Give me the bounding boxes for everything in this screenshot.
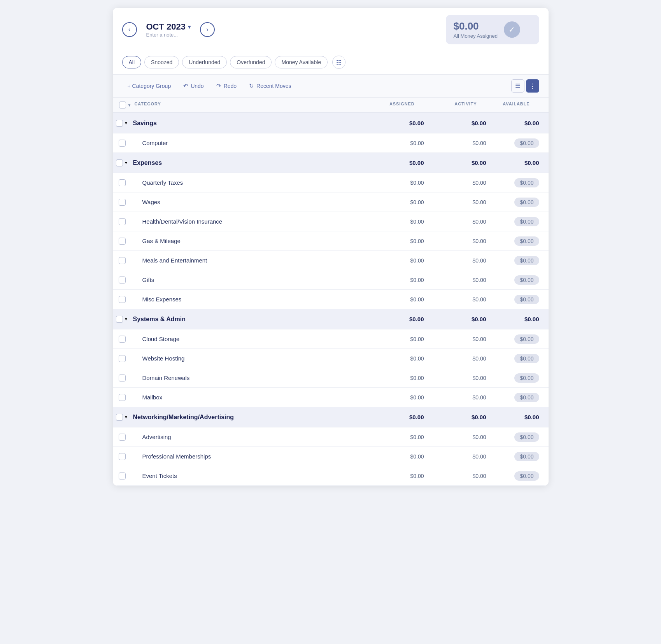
group-collapse-arrow-0[interactable]: ▼ (124, 121, 128, 125)
item-row-1-4: Meals and Entertainment $0.00 $0.00 $0.0… (113, 251, 549, 270)
group-activity-1: $0.00 (424, 159, 486, 166)
group-activity-2: $0.00 (424, 316, 486, 322)
select-all-checkbox[interactable] (119, 102, 126, 108)
item-available-badge-2-0: $0.00 (514, 334, 539, 344)
item-checkbox-1-1[interactable] (119, 199, 126, 206)
filter-money-available-button[interactable]: Money Available (275, 56, 328, 68)
item-available-cell-1-6[interactable]: $0.00 (486, 295, 549, 304)
item-available-cell-1-3[interactable]: $0.00 (486, 236, 549, 246)
filter-overfunded-button[interactable]: Overfunded (230, 56, 272, 68)
group-available-0: $0.00 (486, 120, 549, 126)
prev-month-button[interactable]: ‹ (122, 22, 137, 37)
item-checkbox-1-5[interactable] (119, 276, 126, 284)
item-available-cell-1-5[interactable]: $0.00 (486, 275, 549, 285)
group-name-cell-1: Expenses (131, 159, 362, 166)
item-available-cell-3-2[interactable]: $0.00 (486, 471, 549, 481)
item-available-badge-2-3: $0.00 (514, 393, 539, 402)
item-available-cell-2-0[interactable]: $0.00 (486, 334, 549, 344)
item-name-cell-1-0: Quarterly Taxes (131, 179, 362, 186)
item-name-1-6: Misc Expenses (142, 296, 182, 303)
redo-button[interactable]: ↷ Redo (211, 80, 242, 92)
col-assigned: ASSIGNED (352, 102, 415, 108)
money-info: $0.00 All Money Assigned (454, 20, 498, 39)
group-collapse-arrow-2[interactable]: ▼ (124, 317, 128, 321)
item-row-1-2: Health/Dental/Vision Insurance $0.00 $0.… (113, 212, 549, 231)
undo-button[interactable]: ↶ Undo (178, 80, 209, 92)
month-title[interactable]: OCT 2023 ▾ (146, 22, 191, 32)
add-category-group-button[interactable]: + Category Group (122, 80, 177, 92)
group-row-2: ▼ Systems & Admin $0.00 $0.00 $0.00 (113, 309, 549, 329)
prev-arrow-icon: ‹ (128, 26, 130, 33)
item-activity-2-0: $0.00 (424, 336, 486, 342)
list-view-button[interactable]: ☰ (511, 79, 524, 93)
group-collapse-arrow-3[interactable]: ▼ (124, 415, 128, 419)
item-checkbox-2-2[interactable] (119, 374, 126, 382)
group-checkbox-0[interactable] (116, 120, 123, 127)
item-check-cell-2-3 (113, 394, 131, 401)
item-checkbox-3-0[interactable] (119, 434, 126, 441)
month-label: OCT 2023 (146, 22, 186, 32)
item-row-2-1: Website Hosting $0.00 $0.00 $0.00 (113, 349, 549, 368)
item-checkbox-1-0[interactable] (119, 179, 126, 186)
item-available-cell-1-0[interactable]: $0.00 (486, 178, 549, 187)
group-collapse-arrow-1[interactable]: ▼ (124, 161, 128, 165)
item-activity-1-5: $0.00 (424, 277, 486, 283)
item-available-cell-2-2[interactable]: $0.00 (486, 373, 549, 383)
item-available-cell-1-1[interactable]: $0.00 (486, 198, 549, 207)
item-name-2-1: Website Hosting (142, 355, 185, 362)
item-activity-1-3: $0.00 (424, 238, 486, 244)
item-checkbox-2-0[interactable] (119, 336, 126, 343)
item-available-cell-3-1[interactable]: $0.00 (486, 452, 549, 461)
budget-table: ▼ CATEGORY ASSIGNED ACTIVITY AVAILABLE ▼… (113, 98, 549, 486)
header-checkbox-cell: ▼ (113, 102, 131, 108)
item-name-cell-1-2: Health/Dental/Vision Insurance (131, 218, 362, 225)
group-check-cell-1: ▼ (113, 159, 131, 166)
item-checkbox-1-4[interactable] (119, 257, 126, 264)
grid-view-button[interactable]: ⋮ (526, 79, 539, 93)
group-available-3: $0.00 (486, 414, 549, 420)
item-checkbox-3-1[interactable] (119, 453, 126, 460)
note-placeholder[interactable]: Enter a note... (146, 32, 191, 38)
item-name-0-0: Computer (142, 140, 168, 146)
item-check-cell-0-0 (113, 140, 131, 147)
filter-all-button[interactable]: All (122, 56, 142, 68)
money-assigned-box: $0.00 All Money Assigned ✓ (446, 15, 539, 44)
group-checkbox-2[interactable] (116, 316, 123, 323)
next-month-button[interactable]: › (200, 22, 215, 37)
item-assigned-1-6: $0.00 (362, 296, 424, 303)
item-checkbox-2-1[interactable] (119, 355, 126, 362)
item-available-cell-2-3[interactable]: $0.00 (486, 393, 549, 402)
item-checkbox-1-3[interactable] (119, 238, 126, 245)
item-available-cell-3-0[interactable]: $0.00 (486, 432, 549, 442)
group-row-1: ▼ Expenses $0.00 $0.00 $0.00 (113, 153, 549, 173)
item-assigned-2-0: $0.00 (362, 336, 424, 342)
item-row-3-1: Professional Memberships $0.00 $0.00 $0.… (113, 447, 549, 466)
view-toggle: ☰ ⋮ (511, 79, 539, 93)
group-row-3: ▼ Networking/Marketing/Advertising $0.00… (113, 407, 549, 427)
item-available-cell-1-2[interactable]: $0.00 (486, 217, 549, 226)
filter-underfunded-button[interactable]: Underfunded (182, 56, 227, 68)
filter-icon: ☷ (336, 59, 342, 66)
item-name-cell-1-4: Meals and Entertainment (131, 257, 362, 264)
item-available-badge-1-4: $0.00 (514, 256, 539, 265)
item-checkbox-3-2[interactable] (119, 472, 126, 480)
group-checkbox-3[interactable] (116, 414, 123, 421)
item-checkbox-2-3[interactable] (119, 394, 126, 401)
item-checkbox-1-6[interactable] (119, 296, 126, 303)
item-available-cell-1-4[interactable]: $0.00 (486, 256, 549, 265)
item-available-cell-2-1[interactable]: $0.00 (486, 354, 549, 363)
filter-snoozed-button[interactable]: Snoozed (144, 56, 179, 68)
item-name-cell-1-6: Misc Expenses (131, 296, 362, 303)
item-name-1-4: Meals and Entertainment (142, 257, 207, 264)
item-check-cell-1-4 (113, 257, 131, 264)
item-available-cell-0-0[interactable]: $0.00 (486, 138, 549, 148)
group-checkbox-1[interactable] (116, 159, 123, 166)
recent-moves-button[interactable]: ↻ Recent Moves (244, 80, 296, 92)
item-assigned-1-5: $0.00 (362, 277, 424, 283)
filter-options-button[interactable]: ☷ (332, 56, 345, 69)
item-check-cell-2-2 (113, 374, 131, 382)
item-checkbox-1-2[interactable] (119, 218, 126, 225)
recent-moves-label: Recent Moves (256, 83, 291, 89)
item-name-3-1: Professional Memberships (142, 453, 211, 460)
item-checkbox-0-0[interactable] (119, 140, 126, 147)
